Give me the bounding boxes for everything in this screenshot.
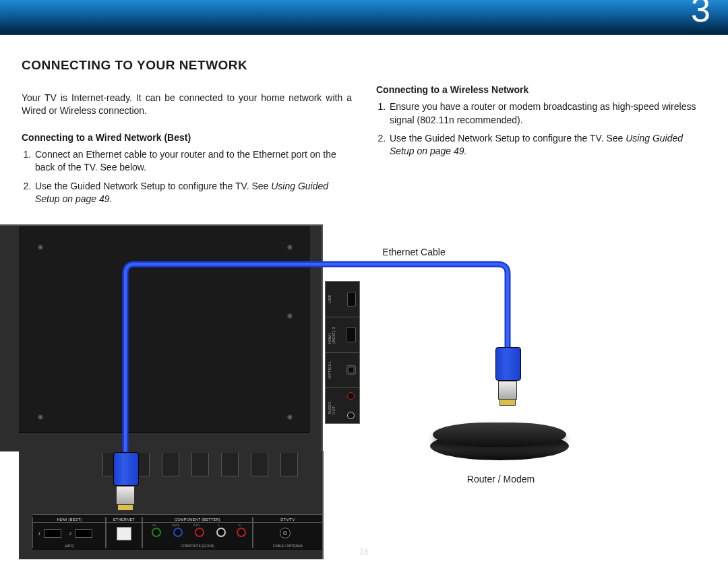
left-column: Your TV is Internet-ready. It can be con… (22, 82, 352, 216)
right-column: Connecting to a Wireless Network Ensure … (376, 82, 706, 216)
page-number: 18 (0, 547, 728, 557)
page-title: CONNECTING TO YOUR NETWORK (22, 58, 706, 73)
wired-step-1: Connect an Ethernet cable to your router… (34, 148, 352, 175)
ethernet-cable-label: Ethernet Cable (367, 247, 461, 257)
screw-icon (38, 414, 43, 420)
screw-icon (287, 313, 293, 319)
component-group: COMPONENT (BETTER) Y/V Pb/Cb Pr/Cr L R C… (142, 517, 253, 548)
side-port-strip: USB HDMI (BEST) 3 OPTICAL AUDIO OUT (325, 281, 360, 424)
wireless-steps: Ensure you have a router or modem broadc… (388, 100, 706, 158)
ethernet-plug-router (495, 347, 520, 406)
ethernet-port-icon (117, 527, 131, 540)
hdmi-3-port: HDMI (BEST) 3 (326, 317, 359, 353)
router-label: Router / Modem (457, 474, 545, 485)
wireless-step-2: Use the Guided Network Setup to configur… (388, 132, 706, 158)
wireless-step-1: Ensure you have a router or modem broadc… (388, 100, 706, 127)
page-content: CONNECTING TO YOUR NETWORK Your TV is In… (0, 35, 728, 216)
hdmi-group: HDMI (BEST) 1 2 (ARC) (32, 517, 107, 548)
chapter-number: 3 (691, 0, 710, 30)
screw-icon (287, 414, 293, 420)
ethernet-group: ETHERNET (105, 517, 143, 548)
dtv-group: DTV/TV CABLE / ANTENNA (252, 517, 324, 548)
connection-diagram: USB HDMI (BEST) 3 OPTICAL AUDIO OUT (0, 222, 728, 562)
audio-out-port: AUDIO OUT (326, 388, 359, 423)
optical-port: OPTICAL (326, 353, 359, 389)
wireless-heading: Connecting to a Wireless Network (376, 84, 706, 96)
wired-steps: Connect an Ethernet cable to your router… (34, 148, 352, 206)
coax-port-icon (280, 528, 291, 538)
chapter-header: 3 (0, 0, 728, 35)
ethernet-plug-tv (113, 452, 138, 511)
tv-back-panel: USB HDMI (BEST) 3 OPTICAL AUDIO OUT (0, 224, 375, 558)
wired-heading: Connecting to a Wired Network (Best) (22, 131, 352, 144)
router-icon (430, 423, 569, 464)
bottom-port-bar: HDMI (BEST) 1 2 (ARC) ETHERNET COMPONENT… (32, 514, 322, 550)
usb-port: USB (326, 282, 359, 317)
wired-step-2: Use the Guided Network Setup to configur… (34, 180, 352, 206)
intro-text: Your TV is Internet-ready. It can be con… (22, 92, 352, 118)
screw-icon (38, 245, 43, 250)
screw-icon (287, 245, 293, 250)
